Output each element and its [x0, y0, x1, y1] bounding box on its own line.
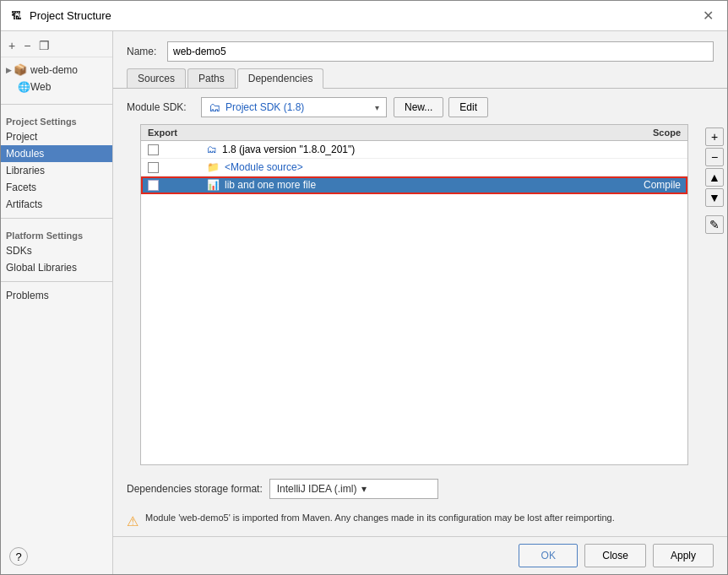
sidebar-sdks-label: SDKs: [6, 245, 32, 257]
warning-row: ⚠ Module 'web-demo5' is imported from Ma…: [113, 506, 727, 536]
sdk-row: Module SDK: 🗂 Project SDK (1.8) ▾ New...…: [113, 89, 727, 124]
sidebar-item-facets[interactable]: Facets: [1, 179, 112, 196]
row2-icon: 📁: [207, 161, 220, 173]
row2-name-cell: 📁 <Module source>: [200, 161, 603, 173]
project-structure-dialog: 🏗 Project Structure ✕ + − ❐ ▶ 📦 web-demo…: [0, 0, 728, 575]
row3-icon: 📊: [207, 179, 220, 191]
tab-paths[interactable]: Paths: [187, 68, 236, 88]
close-button[interactable]: Close: [584, 544, 646, 567]
tab-dependencies-label: Dependencies: [248, 73, 313, 84]
tree-item-web-demo[interactable]: ▶ 📦 web-demo: [1, 61, 112, 79]
sdk-label: Module SDK:: [127, 101, 194, 113]
add-dep-button[interactable]: +: [705, 127, 724, 146]
row1-name: 1.8 (java version "1.8.0_201"): [222, 144, 355, 155]
sidebar-add-button[interactable]: +: [6, 38, 18, 53]
storage-value: IntelliJ IDEA (.iml): [277, 483, 357, 495]
header-export: Export: [141, 127, 200, 138]
sidebar-copy-button[interactable]: ❐: [36, 38, 52, 53]
table-side-buttons: + − ▲ ▼ ✎: [702, 124, 727, 465]
row1-icon: 🗂: [207, 144, 217, 155]
move-up-button[interactable]: ▲: [705, 168, 724, 187]
sidebar-remove-button[interactable]: −: [21, 38, 33, 53]
sidebar-divider-3: [1, 281, 112, 282]
tab-paths-label: Paths: [198, 73, 225, 84]
storage-label: Dependencies storage format:: [127, 483, 263, 495]
web-icon: 🌐: [18, 81, 30, 93]
sidebar-facets-label: Facets: [6, 182, 36, 193]
table-row[interactable]: 📊 lib and one more file Compile: [141, 176, 687, 194]
row1-checkbox[interactable]: [148, 144, 159, 155]
sdk-dropdown[interactable]: 🗂 Project SDK (1.8) ▾: [201, 97, 387, 117]
sidebar-global-libraries-label: Global Libraries: [6, 262, 77, 274]
sidebar-item-libraries[interactable]: Libraries: [1, 162, 112, 179]
sdk-icon: 🗂: [209, 100, 220, 114]
table-row[interactable]: 📁 <Module source>: [141, 159, 687, 176]
storage-row: Dependencies storage format: IntelliJ ID…: [113, 472, 727, 506]
name-label: Name:: [127, 46, 160, 57]
sidebar-item-modules[interactable]: Modules: [1, 145, 112, 162]
tree-item-label: web-demo: [30, 64, 78, 76]
sidebar-item-problems[interactable]: Problems: [1, 287, 112, 304]
sidebar-problems-label: Problems: [6, 290, 49, 301]
project-settings-label: Project Settings: [1, 110, 112, 128]
sidebar-divider-2: [1, 218, 112, 219]
right-panel: Name: Sources Paths Dependencies Module …: [113, 31, 727, 574]
tree-sub-label: Web: [30, 81, 51, 93]
table-row[interactable]: 🗂 1.8 (java version "1.8.0_201"): [141, 141, 687, 159]
table-and-buttons: Export Scope 🗂 1.8 (java version "1.8.0_…: [127, 124, 727, 465]
row3-checkbox[interactable]: [148, 180, 159, 191]
sidebar-project-label: Project: [6, 131, 37, 143]
sidebar-item-global-libraries[interactable]: Global Libraries: [1, 259, 112, 276]
sdk-new-button[interactable]: New...: [394, 97, 443, 117]
edit-dep-button[interactable]: ✎: [705, 215, 724, 234]
storage-dropdown-arrow-icon: ▾: [361, 483, 367, 495]
tree-arrow: ▶: [6, 66, 12, 74]
row2-check-cell: [141, 162, 200, 173]
dependencies-table: Export Scope 🗂 1.8 (java version "1.8.0_…: [140, 124, 688, 465]
sdk-edit-button[interactable]: Edit: [448, 97, 488, 117]
app-icon: 🏗: [9, 9, 23, 23]
sidebar-divider-1: [1, 104, 112, 105]
sidebar-item-project[interactable]: Project: [1, 128, 112, 145]
help-button[interactable]: ?: [9, 547, 28, 566]
sdk-value: Project SDK (1.8): [225, 101, 370, 113]
module-icon: 📦: [14, 63, 27, 76]
sidebar-item-artifacts[interactable]: Artifacts: [1, 196, 112, 213]
row1-name-cell: 🗂 1.8 (java version "1.8.0_201"): [200, 144, 603, 155]
bottom-buttons: OK Close Apply: [113, 536, 727, 574]
tree-sub-item-web[interactable]: 🌐 Web: [1, 79, 112, 95]
row3-check-cell: [141, 180, 200, 191]
row3-name: lib and one more file: [225, 179, 316, 191]
warning-icon: ⚠: [127, 513, 139, 529]
row1-check-cell: [141, 144, 200, 155]
platform-settings-label: Platform Settings: [1, 224, 112, 242]
apply-button[interactable]: Apply: [653, 544, 714, 567]
sidebar-modules-label: Modules: [6, 148, 44, 160]
sidebar-item-sdks[interactable]: SDKs: [1, 242, 112, 259]
sidebar-tree: ▶ 📦 web-demo 🌐 Web: [1, 57, 112, 99]
header-name: [200, 127, 603, 138]
dialog-title: Project Structure: [30, 9, 698, 22]
remove-dep-button[interactable]: −: [705, 148, 724, 166]
tab-dependencies[interactable]: Dependencies: [237, 68, 324, 89]
tabs-row: Sources Paths Dependencies: [113, 68, 727, 89]
sidebar-artifacts-label: Artifacts: [6, 198, 42, 210]
header-scope: Scope: [603, 127, 687, 138]
row2-checkbox[interactable]: [148, 162, 159, 173]
sidebar-toolbar: + − ❐: [1, 35, 112, 57]
move-down-button[interactable]: ▼: [705, 188, 724, 207]
tab-sources-label: Sources: [138, 73, 175, 84]
table-header: Export Scope: [141, 125, 687, 141]
warning-text: Module 'web-demo5' is imported from Mave…: [145, 513, 615, 523]
tab-sources[interactable]: Sources: [127, 68, 186, 88]
close-window-button[interactable]: ✕: [698, 8, 719, 24]
sdk-dropdown-arrow-icon: ▾: [375, 103, 379, 112]
ok-button[interactable]: OK: [519, 544, 578, 567]
main-content: + − ❐ ▶ 📦 web-demo 🌐 Web Project Setting…: [1, 31, 727, 574]
storage-dropdown[interactable]: IntelliJ IDEA (.iml) ▾: [269, 479, 438, 499]
sidebar-libraries-label: Libraries: [6, 165, 45, 176]
sidebar: + − ❐ ▶ 📦 web-demo 🌐 Web Project Setting…: [1, 31, 113, 574]
row3-name-cell: 📊 lib and one more file: [200, 179, 603, 191]
row2-name: <Module source>: [225, 161, 303, 173]
name-input[interactable]: [167, 41, 714, 62]
